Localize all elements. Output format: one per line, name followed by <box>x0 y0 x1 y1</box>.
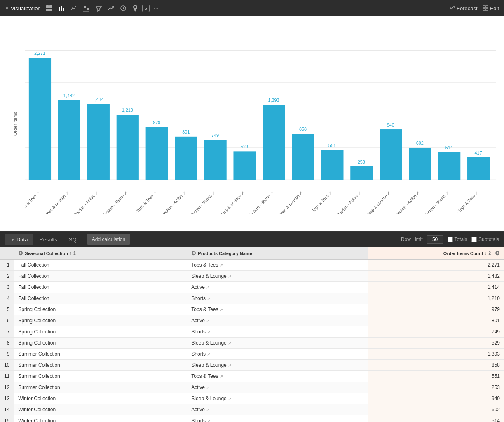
cell-num: 1 <box>0 260 14 271</box>
table-row: 7Spring CollectionShorts ↗749 <box>0 326 504 338</box>
tab-results[interactable]: Results <box>33 234 63 245</box>
cell-num: 15 <box>0 415 14 422</box>
svg-rect-5 <box>61 6 62 11</box>
filter-icon[interactable] <box>94 3 103 13</box>
cell-num: 10 <box>0 360 14 371</box>
cell-category: Tops & Tees ↗ <box>187 304 368 315</box>
svg-text:529: 529 <box>241 144 248 149</box>
cell-num: 4 <box>0 293 14 304</box>
tab-sql[interactable]: SQL <box>63 234 85 245</box>
svg-text:749: 749 <box>211 133 219 138</box>
settings-icon-seasonal[interactable]: ⚙ <box>18 250 23 256</box>
scatter-icon[interactable] <box>81 3 91 13</box>
svg-text:Fall Collection - Tops & Tees : Fall Collection - Tops & Tees ↗ <box>25 190 40 214</box>
table-row: 4Fall CollectionShorts ↗1,210 <box>0 293 504 304</box>
cell-seasonal: Spring Collection <box>14 338 187 349</box>
settings-icon-category[interactable]: ⚙ <box>191 250 196 256</box>
cell-num: 8 <box>0 338 14 349</box>
bar-9 <box>263 105 285 180</box>
sort-num-seasonal: 1 <box>73 251 76 256</box>
cell-count: 801 <box>368 315 504 326</box>
table-row: 5Spring CollectionTops & Tees ↗979 <box>0 304 504 315</box>
svg-text:2,271: 2,271 <box>34 51 45 56</box>
bar-chart-icon[interactable] <box>56 3 66 13</box>
cell-seasonal: Winter Collection <box>14 404 187 415</box>
cell-count: 940 <box>368 393 504 404</box>
tab-data[interactable]: ▼ Data <box>5 234 33 245</box>
cell-category: Shorts ↗ <box>187 415 368 422</box>
table-row: 2Fall CollectionSleep & Lounge ↗1,482 <box>0 271 504 282</box>
toolbar-left: ▼ Visualization <box>5 3 446 13</box>
count-col-label: Order Items Count <box>443 251 483 256</box>
table-view-icon[interactable] <box>44 3 54 13</box>
table-row: 10Summer CollectionSleep & Lounge ↗858 <box>0 360 504 371</box>
bar-6 <box>175 137 197 180</box>
subtotals-checkbox[interactable] <box>471 237 477 242</box>
results-table: ⚙ Seasonal Collection ↑ 1 ⚙ Products Cat… <box>0 247 504 422</box>
col-header-seasonal[interactable]: ⚙ Seasonal Collection ↑ 1 <box>14 247 187 260</box>
add-calculation-button[interactable]: Add calculation <box>87 234 130 245</box>
table-row: 1Fall CollectionTops & Tees ↗2,271 <box>0 260 504 271</box>
cell-category: Active ↗ <box>187 315 368 326</box>
bar-5 <box>146 127 168 180</box>
more-options-icon[interactable]: ··· <box>152 3 160 13</box>
cell-seasonal: Winter Collection <box>14 415 187 422</box>
svg-rect-12 <box>486 6 488 8</box>
count-badge[interactable]: 6 <box>142 5 150 12</box>
totals-checkbox[interactable] <box>448 237 453 242</box>
table-row: 13Winter CollectionSleep & Lounge ↗940 <box>0 393 504 404</box>
cell-seasonal: Fall Collection <box>14 260 187 271</box>
line-chart-icon[interactable] <box>69 3 79 13</box>
svg-rect-4 <box>59 7 60 11</box>
bar-14 <box>409 148 431 180</box>
edit-icon <box>483 5 488 11</box>
forecast-button[interactable]: Forecast <box>449 5 478 12</box>
settings-icon-count[interactable]: ⚙ <box>495 250 500 256</box>
svg-rect-0 <box>46 5 49 8</box>
seasonal-col-label: Seasonal Collection <box>25 251 68 256</box>
trend-icon[interactable] <box>106 3 116 13</box>
cell-category: Active ↗ <box>187 382 368 393</box>
svg-rect-2 <box>46 9 49 11</box>
table-row: 8Spring CollectionSleep & Lounge ↗529 <box>0 338 504 349</box>
svg-text:551: 551 <box>328 143 336 148</box>
subtotals-checkbox-label: Subtotals <box>471 237 499 242</box>
cell-seasonal: Fall Collection <box>14 282 187 293</box>
data-toolbar-right: Row Limit Totals Subtotals <box>401 235 499 244</box>
edit-button[interactable]: Edit <box>483 5 499 12</box>
dropdown-arrow-icon[interactable]: ▼ <box>5 6 9 11</box>
bar-15 <box>438 152 460 180</box>
svg-rect-3 <box>49 9 52 11</box>
table-wrapper: ⚙ Seasonal Collection ↑ 1 ⚙ Products Cat… <box>0 247 504 422</box>
cell-num: 6 <box>0 315 14 326</box>
svg-text:602: 602 <box>416 140 424 145</box>
cell-category: Active ↗ <box>187 404 368 415</box>
cell-num: 3 <box>0 282 14 293</box>
svg-text:1,210: 1,210 <box>122 108 133 113</box>
bar-12 <box>350 166 373 180</box>
cell-count: 529 <box>368 338 504 349</box>
bar-1 <box>29 58 51 180</box>
col-header-category[interactable]: ⚙ Products Category Name <box>187 247 368 260</box>
toolbar-icons: 6 ··· <box>44 3 160 13</box>
cell-count: 1,482 <box>368 271 504 282</box>
toolbar-right: Forecast Edit <box>449 5 499 12</box>
clock-icon[interactable] <box>118 3 128 13</box>
row-limit-label: Row Limit <box>401 237 423 242</box>
svg-text:253: 253 <box>358 159 365 164</box>
map-icon[interactable] <box>131 3 140 13</box>
cell-count: 514 <box>368 415 504 422</box>
svg-text:1,414: 1,414 <box>93 97 104 102</box>
svg-rect-6 <box>63 8 64 11</box>
table-row: 12Summer CollectionActive ↗253 <box>0 382 504 393</box>
sort-num-count: 2 <box>488 251 491 256</box>
row-limit-input[interactable] <box>427 235 443 244</box>
cell-seasonal: Spring Collection <box>14 304 187 315</box>
table-row: 6Spring CollectionActive ↗801 <box>0 315 504 326</box>
cell-category: Tops & Tees ↗ <box>187 260 368 271</box>
y-axis-label: Order Items <box>13 112 18 136</box>
chart-area: Order Items 0 500 1,000 1,500 2,000 2,27… <box>0 16 504 231</box>
col-header-count[interactable]: Order Items Count ↓ 2 ⚙ <box>368 247 504 260</box>
svg-text:979: 979 <box>153 120 160 125</box>
bar-3 <box>87 104 110 180</box>
